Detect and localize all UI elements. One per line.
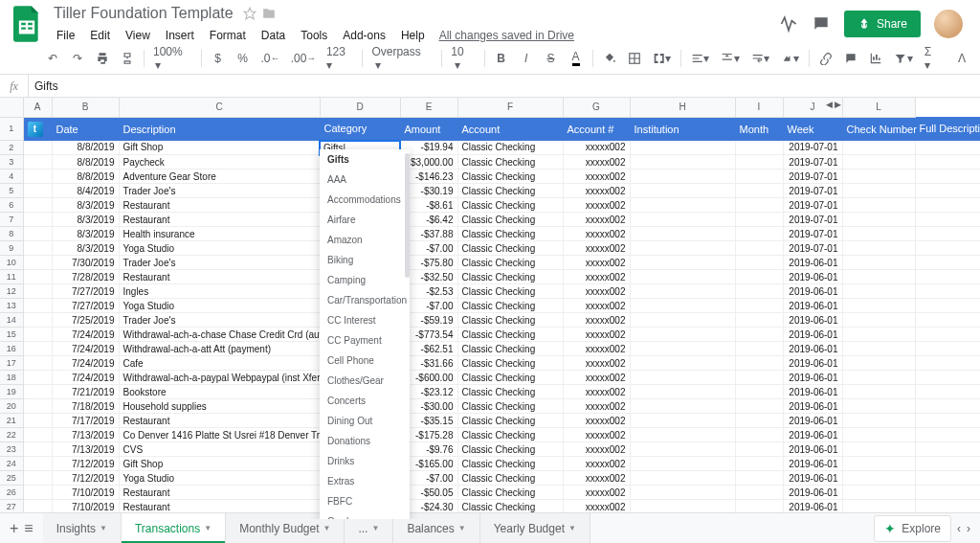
cell[interactable] (842, 457, 915, 471)
row-header[interactable]: 8 (0, 227, 23, 241)
cell[interactable] (735, 270, 783, 284)
column-header[interactable]: B (52, 98, 119, 117)
menu-tools[interactable]: Tools (294, 26, 334, 45)
cell[interactable] (735, 399, 783, 414)
cell[interactable]: Classic Checking (457, 227, 563, 241)
cell[interactable]: Co Denver 1416 Platte St Usrei #18 Denve… (119, 428, 320, 442)
cell[interactable]: Gift Shop (119, 141, 320, 155)
row-header[interactable]: 5 (0, 184, 23, 198)
header-cell[interactable]: Description (119, 117, 320, 141)
menu-file[interactable]: File (50, 26, 81, 45)
row-header[interactable]: 13 (0, 299, 23, 313)
menu-view[interactable]: View (119, 26, 157, 45)
header-cell[interactable]: Account (457, 117, 563, 141)
cell[interactable] (842, 442, 915, 457)
add-sheet-button[interactable]: + (10, 520, 18, 537)
comment-button[interactable] (840, 48, 861, 69)
cell[interactable]: 7/27/2019 (52, 284, 119, 299)
cell[interactable] (23, 328, 52, 342)
cell[interactable] (630, 371, 735, 385)
cell[interactable]: xxxxx002 (563, 414, 630, 428)
cell[interactable] (842, 356, 915, 371)
column-header[interactable]: G (563, 98, 630, 117)
cell[interactable] (842, 342, 915, 356)
cell[interactable] (735, 356, 783, 371)
cell[interactable] (735, 184, 783, 198)
cell[interactable] (630, 342, 735, 356)
sheet-tab[interactable]: Insights▼ (43, 513, 122, 543)
borders-button[interactable] (624, 48, 645, 69)
cell[interactable] (842, 241, 915, 256)
cell[interactable] (842, 170, 915, 184)
zoom-select[interactable]: 100% ▾ (150, 45, 195, 72)
fill-color-button[interactable] (599, 48, 620, 69)
cell[interactable]: xxxxx002 (563, 442, 630, 457)
cell[interactable] (735, 141, 783, 155)
dropdown-item[interactable]: Drinks (320, 451, 410, 471)
cell[interactable] (23, 299, 52, 313)
dropdown-item[interactable]: Accommodations (320, 190, 410, 210)
cell[interactable]: 2019-07-01 (783, 227, 842, 241)
cell[interactable] (23, 184, 52, 198)
cell[interactable]: 7/27/2019 (52, 299, 119, 313)
cell[interactable]: 2019-07-01 (783, 241, 842, 256)
row-header[interactable]: 14 (0, 313, 23, 328)
sheets-logo[interactable] (8, 5, 46, 43)
cell[interactable]: xxxxx002 (563, 471, 630, 486)
header-cell[interactable]: Institution (630, 117, 735, 141)
row-header[interactable]: 20 (0, 399, 23, 414)
menu-data[interactable]: Data (255, 26, 292, 45)
cell[interactable]: Trader Joe's (119, 313, 320, 328)
cell[interactable] (23, 471, 52, 486)
strike-button[interactable]: S (541, 48, 562, 69)
cell[interactable]: Classic Checking (457, 486, 563, 500)
cell[interactable]: 8/8/2019 (52, 155, 119, 170)
cell[interactable]: Paycheck (119, 155, 320, 170)
dropdown-item[interactable]: Cell Phone (320, 351, 410, 371)
cell[interactable] (735, 442, 783, 457)
cell[interactable] (842, 385, 915, 399)
column-header[interactable]: F (457, 98, 563, 117)
column-header[interactable]: L (842, 98, 915, 117)
cell[interactable] (915, 256, 980, 270)
sheet-tab[interactable]: Yearly Budget▼ (480, 513, 590, 543)
cell[interactable] (630, 256, 735, 270)
cell[interactable]: Classic Checking (457, 342, 563, 356)
cell[interactable] (735, 170, 783, 184)
cell[interactable] (630, 313, 735, 328)
cell[interactable]: Classic Checking (457, 414, 563, 428)
cell[interactable] (23, 457, 52, 471)
cell[interactable]: xxxxx002 (563, 299, 630, 313)
cell[interactable]: Classic Checking (457, 141, 563, 155)
cell[interactable]: 2019-06-01 (783, 442, 842, 457)
cell[interactable] (842, 155, 915, 170)
dropdown-item[interactable]: Camping (320, 270, 410, 290)
cell[interactable] (735, 241, 783, 256)
cell[interactable]: Restaurant (119, 414, 320, 428)
number-format-select[interactable]: 123 ▾ (323, 45, 356, 72)
row-header[interactable]: 4 (0, 170, 23, 184)
cell[interactable] (23, 414, 52, 428)
column-header[interactable]: C (119, 98, 320, 117)
cell[interactable] (735, 313, 783, 328)
cell[interactable] (735, 299, 783, 313)
cell[interactable]: Gift Shop (119, 457, 320, 471)
cell[interactable]: 2019-07-01 (783, 170, 842, 184)
cell[interactable]: CVS (119, 442, 320, 457)
cell[interactable]: Classic Checking (457, 471, 563, 486)
cell[interactable]: 7/21/2019 (52, 385, 119, 399)
cell[interactable] (630, 457, 735, 471)
header-cell[interactable]: Month (735, 117, 783, 141)
cell[interactable] (23, 313, 52, 328)
cell[interactable] (915, 155, 980, 170)
header-cell[interactable]: Check Number (842, 117, 915, 141)
cell[interactable]: Restaurant (119, 270, 320, 284)
cell[interactable] (630, 486, 735, 500)
cell[interactable]: Trader Joe's (119, 184, 320, 198)
cell[interactable] (842, 284, 915, 299)
row-header[interactable]: 21 (0, 414, 23, 428)
row-header[interactable]: 16 (0, 342, 23, 356)
cell[interactable]: 7/25/2019 (52, 313, 119, 328)
cell[interactable] (630, 414, 735, 428)
dropdown-item[interactable]: Airfare (320, 210, 410, 230)
